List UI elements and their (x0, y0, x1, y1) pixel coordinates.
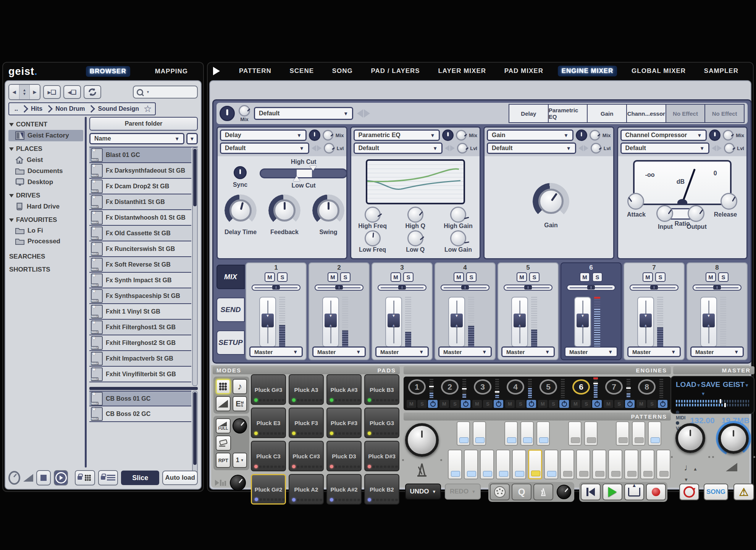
pattern-key[interactable] (544, 450, 558, 479)
file-row[interactable]: Fx Synth Impact St GB (89, 273, 191, 288)
engine-power[interactable] (625, 400, 635, 408)
engine-power[interactable] (658, 400, 667, 408)
pad[interactable]: Pluck G#3 (251, 374, 286, 405)
input-knob[interactable] (656, 205, 673, 222)
search-input[interactable]: ▼ (133, 86, 198, 99)
gain-type-dropdown[interactable]: Gain▼ (487, 129, 573, 141)
eq-preset-prev-next[interactable] (445, 145, 455, 151)
gain-power-button[interactable] (576, 129, 587, 141)
metronome-button[interactable] (533, 484, 553, 500)
eq-preset-dropdown[interactable]: Default▼ (354, 142, 443, 154)
pattern-key-upper[interactable] (632, 421, 645, 446)
high-gain-knob[interactable] (450, 207, 466, 223)
record-button[interactable] (646, 484, 666, 500)
click-volume-knob[interactable] (557, 485, 571, 499)
geist-menu[interactable]: GEIST▼ (723, 380, 749, 397)
attack-knob[interactable] (627, 193, 644, 210)
file-row[interactable]: Fxhit Impactverb St GB (89, 351, 191, 367)
tab-setup[interactable]: SETUP (216, 330, 245, 355)
move-from-folder-button[interactable]: ◂❏ (63, 85, 81, 99)
pattern-key[interactable] (480, 450, 494, 479)
tempo-knob[interactable] (675, 423, 705, 453)
pad[interactable]: Pluck A#2 (326, 474, 362, 505)
pad[interactable]: Pluck D#3 (364, 441, 399, 471)
engine-solo[interactable]: S (647, 400, 657, 408)
pad[interactable]: Pluck E3 (251, 408, 286, 438)
section-places[interactable]: PLACES (9, 145, 83, 153)
engine-power[interactable] (592, 400, 602, 408)
section-shortlists[interactable]: SHORTLISTS (9, 266, 83, 273)
pattern-key[interactable] (656, 450, 670, 479)
volume-fader[interactable] (700, 297, 717, 347)
tab-send[interactable]: SEND (216, 298, 245, 322)
chain-mix-knob[interactable] (239, 105, 250, 116)
list-splitter[interactable] (89, 387, 198, 390)
tab-song[interactable]: SONG (328, 66, 357, 76)
chain-preset-prev-next[interactable] (357, 109, 370, 118)
file-row[interactable]: CB Boss 01 GC (89, 391, 191, 406)
pattern-key-upper[interactable] (536, 421, 550, 446)
shortlist-scrollbar[interactable] (192, 391, 198, 474)
undo-button[interactable]: UNDO▼ (405, 484, 441, 500)
delay-mix-knob[interactable] (323, 130, 333, 141)
output-dropdown[interactable]: Master▼ (564, 346, 618, 357)
engine-number[interactable]: 2 (441, 379, 459, 395)
output-dropdown[interactable]: Master▼ (438, 346, 492, 357)
engine-mute[interactable]: M (571, 400, 580, 408)
pattern-key-upper[interactable] (616, 421, 629, 446)
delay-type-dropdown[interactable]: Delay▼ (220, 129, 307, 141)
loop-button[interactable] (679, 484, 699, 500)
sort-direction-dropdown[interactable]: ▼ (186, 133, 198, 144)
engine-number[interactable]: 8 (638, 379, 656, 395)
gain-preset-dropdown[interactable]: Default▼ (487, 142, 576, 154)
fx-slot-5[interactable]: No Effect (666, 104, 706, 123)
delay-level-knob[interactable] (324, 143, 334, 154)
engine-number[interactable]: 3 (474, 379, 491, 395)
play-preview-button[interactable] (54, 470, 68, 485)
mute-button[interactable]: M (517, 272, 527, 282)
lock-rows-button[interactable] (98, 470, 118, 485)
file-row[interactable]: CB Boss 02 GC (89, 406, 191, 422)
volume-fader[interactable] (259, 297, 276, 347)
pattern-key[interactable] (624, 450, 638, 479)
engine-number[interactable]: 5 (540, 379, 557, 395)
solo-button[interactable]: S (340, 272, 351, 282)
volume-fader[interactable] (448, 297, 465, 347)
velocity-mode-button[interactable] (216, 396, 231, 411)
chain-power-button[interactable] (220, 106, 235, 121)
pattern-key-selected[interactable] (528, 450, 542, 479)
file-row[interactable]: Fx Synthspaceship St GB (89, 288, 191, 304)
back-icon[interactable]: ◀ (9, 85, 19, 99)
tab-pad-layers[interactable]: PAD / LAYERS (367, 66, 424, 76)
tab-browser[interactable]: BROWSER (86, 66, 130, 77)
swing-knob[interactable] (312, 194, 344, 226)
breadcrumb-sound-design[interactable]: Sound Design (95, 105, 141, 112)
output-dropdown[interactable]: Master▼ (627, 346, 681, 357)
tab-mix[interactable]: MIX (216, 265, 245, 289)
scrollbar-thumb[interactable] (193, 149, 197, 206)
breadcrumb-non-drum[interactable]: Non Drum (53, 105, 87, 112)
eq-level-knob[interactable] (457, 143, 468, 154)
prev-icon[interactable] (357, 109, 363, 118)
file-row[interactable]: Fx Soft Reverse St GB (89, 257, 191, 273)
favourite-star-icon[interactable]: ☆ (144, 104, 152, 114)
midi-input-button[interactable] (490, 484, 510, 500)
high-freq-knob[interactable] (365, 207, 381, 223)
pattern-key-upper[interactable] (568, 421, 582, 446)
tab-global-mixer[interactable]: GLOBAL MIXER (628, 66, 690, 76)
engine-power[interactable] (559, 400, 569, 408)
pan-slider[interactable] (693, 285, 741, 291)
low-cut-handle[interactable] (293, 176, 300, 181)
pan-slider[interactable] (630, 285, 678, 291)
output-dropdown[interactable]: Master▼ (312, 346, 366, 357)
parent-folder-button[interactable]: Parent folder (89, 117, 198, 131)
pad[interactable]: Pluck A2 (289, 474, 324, 505)
solo-button[interactable]: S (592, 272, 603, 282)
pad[interactable]: Pluck C#3 (289, 441, 324, 471)
breadcrumb-hits[interactable]: Hits (29, 105, 45, 112)
engine-number[interactable]: 4 (507, 379, 524, 395)
sidebar-item-processed[interactable]: Processed (8, 236, 83, 247)
output-dropdown[interactable]: Master▼ (501, 346, 555, 357)
pad[interactable]: Pluck A3 (289, 374, 324, 405)
refresh-button[interactable] (84, 85, 101, 99)
